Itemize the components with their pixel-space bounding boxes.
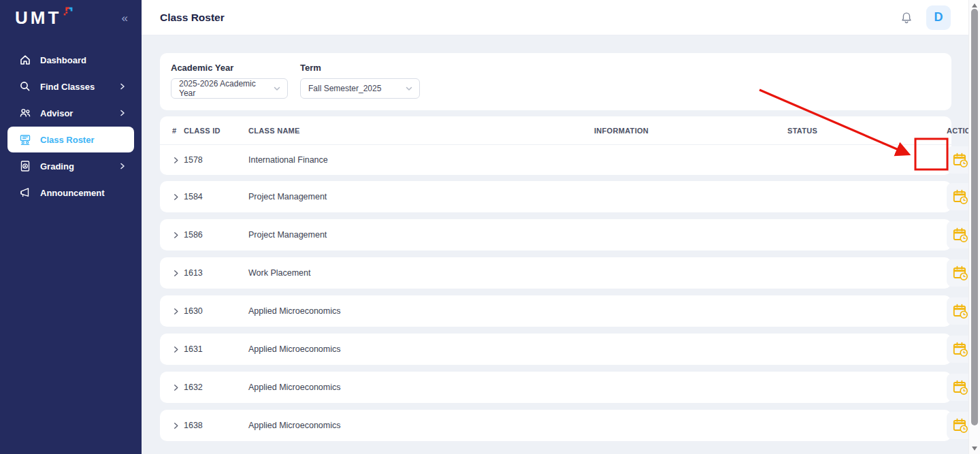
- row-class-id: 1578: [184, 155, 248, 165]
- row-class-name: Project Management: [248, 230, 594, 240]
- term-filter: Term Fall Semester_2025: [300, 63, 420, 99]
- advisor-icon: [19, 107, 31, 119]
- row-class-name: International Finance: [248, 155, 594, 165]
- table-row: 1632 Applied Microeconomics: [160, 372, 951, 403]
- table-row: 1578 International Finance: [160, 145, 951, 175]
- term-select[interactable]: Fall Semester_2025: [300, 78, 420, 99]
- row-expand-chevron-icon[interactable]: [172, 231, 184, 239]
- table-row-card: 1632 Applied Microeconomics: [160, 372, 951, 403]
- table-row-card: 1578 International Finance: [160, 145, 951, 175]
- table-row: 1586 Project Management: [160, 219, 951, 250]
- table-row-card: 1586 Project Management: [160, 219, 951, 250]
- col-hash: #: [172, 127, 184, 135]
- sidebar-item-label: Advisor: [40, 108, 73, 118]
- main-area: Class Roster D Academic Year 2025-2026 A…: [142, 0, 968, 454]
- row-expand-chevron-icon[interactable]: [172, 270, 184, 277]
- row-expand-chevron-icon[interactable]: [172, 346, 184, 353]
- table-header-card: # CLASS ID CLASS NAME INFORMATION STATUS…: [160, 116, 951, 145]
- sidebar-header: UMT «: [0, 0, 142, 35]
- sidebar-item-grading[interactable]: Grading: [0, 153, 142, 179]
- top-bar: Class Roster D: [142, 0, 968, 35]
- filters-card: Academic Year 2025-2026 Academic Year Te…: [160, 53, 951, 110]
- table-row: 1584 Project Management: [160, 181, 951, 212]
- row-class-id: 1586: [184, 230, 248, 240]
- sidebar-menu: Dashboard Find Classes Advisor: [0, 35, 142, 206]
- academic-year-select[interactable]: 2025-2026 Academic Year: [171, 78, 288, 99]
- academic-year-value: 2025-2026 Academic Year: [179, 79, 263, 98]
- sidebar-item-label: Dashboard: [40, 55, 86, 65]
- sidebar-item-label: Grading: [40, 161, 74, 172]
- row-class-name: Applied Microeconomics: [248, 421, 594, 430]
- row-class-id: 1630: [184, 306, 248, 316]
- sidebar-item-label: Announcement: [40, 188, 105, 198]
- chevron-right-icon: [118, 82, 127, 91]
- row-class-id: 1584: [184, 192, 248, 201]
- content: Academic Year 2025-2026 Academic Year Te…: [142, 35, 968, 441]
- sidebar-item-class-roster[interactable]: Class Roster: [7, 127, 134, 152]
- table-row: 1630 Applied Microeconomics: [160, 295, 951, 327]
- scrollbar-thumb[interactable]: [971, 9, 978, 425]
- academic-year-filter: Academic Year 2025-2026 Academic Year: [171, 63, 288, 99]
- row-class-id: 1638: [184, 421, 248, 430]
- row-expand-chevron-icon[interactable]: [172, 308, 184, 315]
- col-information: INFORMATION: [594, 127, 787, 135]
- table-row: 1613 Work Placement: [160, 257, 951, 289]
- sidebar-item-dashboard[interactable]: Dashboard: [0, 47, 142, 73]
- chevron-down-icon: [405, 84, 413, 93]
- table-row: 1638 Applied Microeconomics: [160, 410, 951, 441]
- row-class-id: 1613: [184, 268, 248, 278]
- sidebar-item-label: Class Roster: [40, 135, 94, 145]
- row-class-name: Work Placement: [248, 268, 594, 278]
- sidebar-item-label: Find Classes: [40, 82, 95, 92]
- sidebar-item-announcement[interactable]: Announcement: [0, 180, 142, 206]
- row-class-name: Applied Microeconomics: [248, 344, 594, 354]
- row-class-id: 1631: [184, 344, 248, 354]
- user-avatar[interactable]: D: [926, 5, 951, 30]
- notification-bell-icon[interactable]: [899, 10, 914, 25]
- row-expand-chevron-icon[interactable]: [172, 193, 184, 201]
- page-title: Class Roster: [160, 12, 225, 24]
- col-class-name: CLASS NAME: [248, 127, 594, 135]
- row-class-name: Project Management: [248, 192, 594, 201]
- chevron-right-icon: [118, 162, 127, 170]
- sidebar-item-find-classes[interactable]: Find Classes: [0, 74, 142, 99]
- scrollbar-down-arrow[interactable]: [972, 447, 977, 451]
- sidebar-item-advisor[interactable]: Advisor: [0, 100, 142, 126]
- class-roster-icon: [19, 133, 31, 146]
- search-icon: [19, 80, 31, 93]
- term-value: Fall Semester_2025: [308, 84, 381, 93]
- table-row-card: 1638 Applied Microeconomics: [160, 410, 951, 441]
- grading-icon: [19, 160, 31, 172]
- table-row-card: 1613 Work Placement: [160, 257, 951, 289]
- home-icon: [19, 54, 31, 66]
- topbar-actions: D: [899, 5, 951, 30]
- umt-logo: UMT: [15, 9, 61, 27]
- chevron-right-icon: [118, 109, 127, 117]
- row-expand-chevron-icon[interactable]: [172, 157, 184, 164]
- table-row-card: 1631 Applied Microeconomics: [160, 334, 951, 365]
- term-label: Term: [300, 63, 420, 73]
- col-class-id: CLASS ID: [184, 127, 248, 135]
- table-row-card: 1584 Project Management: [160, 181, 951, 212]
- row-class-name: Applied Microeconomics: [248, 306, 594, 316]
- sidebar-collapse-icon[interactable]: «: [122, 12, 128, 24]
- umt-logo-plus-icon: [63, 7, 74, 20]
- class-roster-page: UMT « Dashboard: [0, 0, 980, 454]
- chevron-down-icon: [273, 84, 281, 93]
- table-header-row: # CLASS ID CLASS NAME INFORMATION STATUS…: [160, 116, 951, 145]
- table-row-card: 1630 Applied Microeconomics: [160, 295, 951, 327]
- row-expand-chevron-icon[interactable]: [172, 384, 184, 391]
- row-class-name: Applied Microeconomics: [248, 383, 594, 392]
- row-class-id: 1632: [184, 383, 248, 392]
- col-status: STATUS: [787, 127, 947, 135]
- sidebar: UMT « Dashboard: [0, 0, 142, 454]
- table-row: 1631 Applied Microeconomics: [160, 334, 951, 365]
- announcement-icon: [19, 187, 31, 199]
- scrollbar-up-arrow[interactable]: [972, 3, 977, 7]
- row-expand-chevron-icon[interactable]: [172, 422, 184, 429]
- vertical-scrollbar[interactable]: [968, 0, 980, 454]
- academic-year-label: Academic Year: [171, 63, 288, 73]
